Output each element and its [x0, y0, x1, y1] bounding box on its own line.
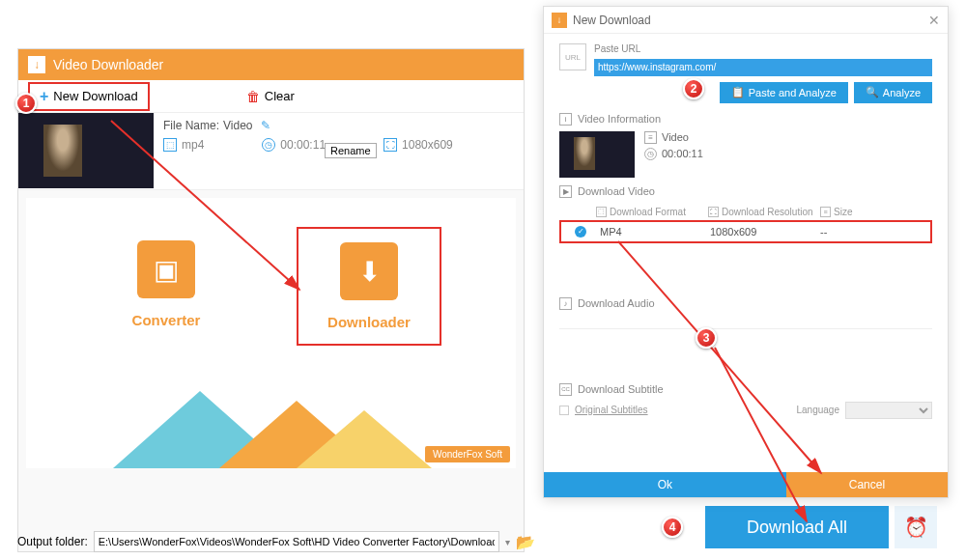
- new-download-label: New Download: [53, 89, 137, 103]
- download-video-heading: Download Video: [578, 185, 655, 197]
- format-row[interactable]: ✓ MP4 1080x609 --: [559, 220, 932, 243]
- url-input[interactable]: [594, 59, 932, 76]
- dialog-app-icon: ↓: [552, 13, 567, 28]
- step-badge-3: 3: [696, 327, 717, 349]
- main-titlebar: ↓ Video Downloader: [18, 49, 524, 80]
- video-list-row[interactable]: File Name: Video ✎ ⬚mp4 ◷00:00:11 ⛶1080x…: [18, 113, 524, 190]
- check-icon: ✓: [575, 226, 586, 238]
- res-col-icon: ⛶: [708, 207, 719, 217]
- folder-open-icon[interactable]: 📂: [516, 533, 535, 551]
- video-icon: ▶: [559, 185, 572, 198]
- video-thumbnail: [18, 113, 154, 188]
- info-icon: i: [559, 113, 572, 126]
- output-folder-row: Output folder: ▾ 📂: [17, 531, 535, 552]
- file-icon: ≡: [644, 131, 657, 144]
- analyze-button[interactable]: 🔍Analyze: [854, 82, 932, 103]
- url-icon: URL: [559, 43, 586, 70]
- paste-icon: 📋: [731, 86, 745, 98]
- language-label: Language: [797, 405, 840, 415]
- clear-label: Clear: [265, 89, 295, 103]
- row-format: MP4: [600, 226, 710, 238]
- plus-icon: +: [40, 88, 48, 105]
- dialog-title: New Download: [573, 14, 651, 27]
- format-meta: ⬚mp4: [163, 138, 204, 152]
- search-icon: 🔍: [866, 86, 879, 98]
- download-icon: ⬇: [340, 242, 398, 300]
- file-name-value: Video: [223, 119, 252, 132]
- trash-icon: 🗑: [246, 89, 260, 104]
- duration-meta: ◷00:00:11: [262, 138, 326, 152]
- clock-icon: ◷: [262, 138, 275, 152]
- new-download-button[interactable]: + New Download: [28, 82, 150, 111]
- app-icon: ↓: [28, 56, 45, 73]
- paste-analyze-button[interactable]: 📋Paste and Analyze: [720, 82, 848, 103]
- resolution-meta: ⛶1080x609: [384, 138, 453, 152]
- video-info-heading: Video Information: [578, 113, 661, 125]
- language-select[interactable]: [845, 402, 932, 419]
- row-resolution: 1080x609: [710, 226, 820, 238]
- orig-subs-label: Original Subtitles: [575, 405, 648, 415]
- cancel-button[interactable]: Cancel: [786, 472, 948, 497]
- dialog-titlebar: ↓ New Download ✕: [544, 7, 948, 34]
- converter-label: Converter: [94, 312, 239, 328]
- hub-area: ▣ Converter ⬇ Downloader WonderFox Soft: [26, 198, 516, 468]
- film-icon: ▣: [137, 240, 195, 298]
- format-col-icon: ⬚: [596, 207, 607, 217]
- step-badge-1: 1: [15, 93, 37, 114]
- step-badge-2: 2: [683, 78, 704, 99]
- converter-card[interactable]: ▣ Converter: [94, 227, 239, 346]
- downloader-label: Downloader: [298, 314, 440, 330]
- paste-url-label: Paste URL: [594, 43, 932, 54]
- ok-button[interactable]: Ok: [544, 472, 786, 497]
- dropdown-icon[interactable]: ▾: [505, 537, 510, 547]
- dialog-thumbnail: [559, 131, 635, 178]
- dialog-duration: 00:00:11: [662, 148, 703, 159]
- audio-icon: ♪: [559, 297, 572, 310]
- app-title: Video Downloader: [53, 57, 163, 72]
- new-download-dialog: ↓ New Download ✕ URL Paste URL 📋Paste an…: [543, 6, 949, 498]
- step-badge-4: 4: [662, 517, 683, 538]
- downloader-card[interactable]: ⬇ Downloader: [297, 227, 441, 346]
- video-downloader-window: ↓ Video Downloader + New Download 🗑 Clea…: [17, 48, 525, 552]
- cc-icon: CC: [559, 383, 572, 396]
- size-col-icon: ≡: [820, 207, 831, 217]
- alarm-button[interactable]: ⏰: [895, 506, 937, 548]
- download-subtitle-heading: Download Subtitle: [578, 383, 664, 395]
- output-folder-input[interactable]: [94, 531, 499, 552]
- download-audio-heading: Download Audio: [578, 297, 655, 309]
- file-name-label: File Name:: [163, 119, 219, 132]
- resolution-icon: ⛶: [384, 138, 397, 152]
- orig-subs-checkbox[interactable]: [559, 406, 569, 415]
- clock-icon: ◷: [644, 148, 657, 160]
- close-icon[interactable]: ✕: [928, 13, 940, 28]
- dialog-video-name: Video: [662, 131, 689, 143]
- rename-tooltip: Rename: [325, 143, 377, 158]
- output-label: Output folder:: [17, 535, 88, 548]
- format-icon: ⬚: [163, 138, 177, 152]
- main-toolbar: + New Download 🗑 Clear: [18, 80, 524, 113]
- format-table-header: ⬚Download Format ⛶Download Resolution ≡S…: [559, 204, 932, 220]
- wonderfox-badge: WonderFox Soft: [425, 446, 510, 462]
- edit-icon[interactable]: ✎: [261, 119, 270, 132]
- clear-button[interactable]: 🗑 Clear: [246, 89, 295, 104]
- row-size: --: [820, 226, 930, 238]
- download-all-button[interactable]: Download All: [705, 506, 889, 548]
